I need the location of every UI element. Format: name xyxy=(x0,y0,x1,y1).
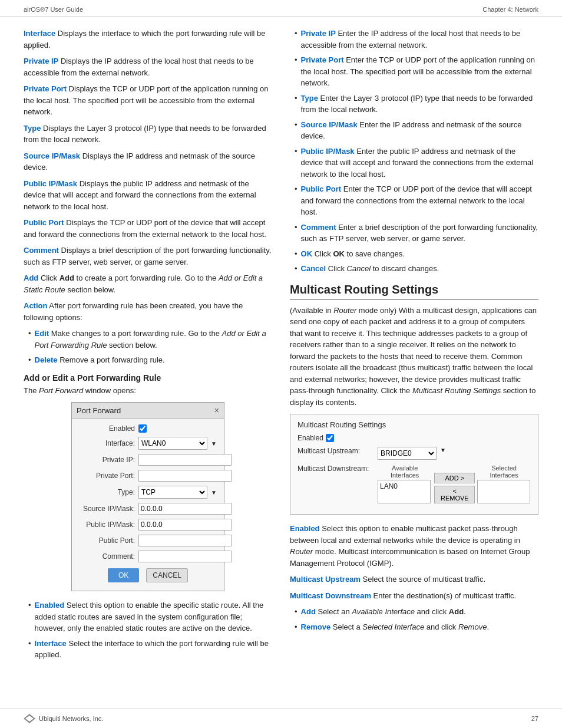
section-heading-multicast: Multicast Routing Settings xyxy=(290,283,538,300)
section-intro: (Available in Router mode only) With a m… xyxy=(290,305,538,409)
term-r-type: Type xyxy=(301,94,318,103)
form-row-private-ip: Private IP: xyxy=(79,454,217,466)
bullet-r-private-ip: Private IP Enter the IP address of the l… xyxy=(295,28,538,51)
para-mcast-upstream: Multicast Upstream Select the source of … xyxy=(290,574,538,585)
subheading-add-edit: Add or Edit a Port Forwarding Rule xyxy=(24,373,272,383)
label-comment: Comment: xyxy=(79,552,135,561)
mcast-box-title: Multicast Routing Settings xyxy=(297,420,531,429)
para-interface: Interface Displays the interface to whic… xyxy=(24,28,272,51)
dialog-buttons: OK CANCEL xyxy=(79,568,217,585)
term-edit: Edit xyxy=(35,329,49,338)
mcast-avail-header: Available Interfaces xyxy=(378,465,432,479)
term-r-add: Add xyxy=(301,607,316,616)
bullet-r-remove: Remove Select a Selected Interface and c… xyxy=(295,621,538,633)
bullet-edit: Edit Make changes to a port forwarding r… xyxy=(28,328,272,351)
term-comment: Comment xyxy=(24,246,59,255)
mcast-add-button[interactable]: ADD > xyxy=(434,473,475,483)
type-select[interactable]: TCP xyxy=(138,486,207,499)
para-comment: Comment Displays a brief description of … xyxy=(24,245,272,268)
dialog-container: Port Forward × Enabled Interface: WLAN0 xyxy=(24,402,272,591)
enabled-checkbox[interactable] xyxy=(138,424,147,433)
top-bullets-right: Private IP Enter the IP address of the l… xyxy=(290,28,538,275)
right-column: Private IP Enter the IP address of the l… xyxy=(290,28,538,666)
action-bullets: Edit Make changes to a port forwarding r… xyxy=(24,328,272,366)
type-select-arrow-icon: ▼ xyxy=(211,489,217,496)
term-r-enabled: Enabled xyxy=(290,524,320,533)
term-r-public-ip: Public IP/Mask xyxy=(301,147,355,156)
para-add: Add Click Add to create a port forwardin… xyxy=(24,272,272,295)
term-r-remove: Remove xyxy=(301,622,331,631)
mcast-interfaces-area: Available Interfaces LAN0 ADD > < REMOVE… xyxy=(378,465,531,503)
term-delete: Delete xyxy=(35,355,58,364)
select-arrow-icon: ▼ xyxy=(211,440,217,447)
header-left: airOS®7 User Guide xyxy=(24,6,83,13)
term-type: Type xyxy=(24,124,41,133)
mcast-upstream-select[interactable]: BRIDGE0 xyxy=(378,447,437,460)
bottom-bullets-right: Add Select an Available Interface and cl… xyxy=(290,606,538,633)
bullet-interface: Interface Select the interface to which … xyxy=(28,638,272,661)
bullet-r-ok: OK Click OK to save changes. xyxy=(295,248,538,260)
footer-page-number: 27 xyxy=(531,715,538,722)
label-enabled: Enabled xyxy=(79,424,135,433)
mcast-selected-list[interactable] xyxy=(477,480,530,503)
mcast-enabled-row: Enabled xyxy=(297,434,531,442)
page-header: airOS®7 User Guide Chapter 4: Network xyxy=(0,0,562,17)
form-row-public-port: Public Port: xyxy=(79,535,217,546)
comment-input[interactable] xyxy=(138,551,232,562)
mcast-downstream-control: Available Interfaces LAN0 ADD > < REMOVE… xyxy=(378,465,531,503)
dialog-close-button[interactable]: × xyxy=(214,406,219,415)
form-row-enabled: Enabled xyxy=(79,424,217,433)
bullet-r-public-ip: Public IP/Mask Enter the public IP addre… xyxy=(295,146,538,180)
bullet-r-add: Add Select an Available Interface and cl… xyxy=(295,606,538,618)
bullet-r-public-port: Public Port Enter the TCP or UDP port of… xyxy=(295,183,538,218)
mcast-downstream-label: Multicast Downstream: xyxy=(297,465,374,473)
para-public-port: Public Port Displays the TCP or UDP port… xyxy=(24,217,272,240)
label-private-port: Private Port: xyxy=(79,472,135,480)
term-action: Action xyxy=(24,301,47,310)
term-source-ip: Source IP/Mask xyxy=(24,151,80,160)
term-r-cancel: Cancel xyxy=(301,264,326,273)
mcast-avail-item: LAN0 xyxy=(379,482,429,491)
para-mcast-downstream: Multicast Downstream Enter the destinati… xyxy=(290,590,538,602)
para-action: Action After port forwarding rule has be… xyxy=(24,300,272,323)
cancel-button[interactable]: CANCEL xyxy=(146,568,188,582)
form-row-type: Type: TCP ▼ xyxy=(79,486,217,499)
private-port-input[interactable] xyxy=(138,470,232,482)
term-r-source-ip: Source IP/Mask xyxy=(301,120,358,129)
mcast-select-arrow-icon: ▼ xyxy=(440,447,446,453)
para-public-ip: Public IP/Mask Displays the public IP ad… xyxy=(24,178,272,213)
label-type: Type: xyxy=(79,488,135,496)
term-public-ip: Public IP/Mask xyxy=(24,179,77,188)
para-private-ip: Private IP Displays the IP address of th… xyxy=(24,55,272,78)
source-ip-input[interactable] xyxy=(138,503,232,515)
bullet-r-comment: Comment Enter a brief description of the… xyxy=(295,222,538,245)
para-r-enabled: Enabled Select this option to enable mul… xyxy=(290,523,538,569)
multicast-settings-box: Multicast Routing Settings Enabled Multi… xyxy=(290,414,538,515)
term-interface-b: Interface xyxy=(35,639,67,648)
ok-button[interactable]: OK xyxy=(108,568,139,582)
left-column: Interface Displays the interface to whic… xyxy=(24,28,272,666)
mcast-remove-button[interactable]: < REMOVE xyxy=(434,486,475,503)
mcast-enabled-checkbox[interactable] xyxy=(326,434,334,442)
interface-select[interactable]: WLAN0 xyxy=(138,437,207,450)
public-port-input[interactable] xyxy=(138,535,232,546)
term-interface: Interface xyxy=(24,29,55,38)
mcast-upstream-row: Multicast Upstream: BRIDGE0 ▼ xyxy=(297,447,531,460)
bullet-r-source-ip: Source IP/Mask Enter the IP address and … xyxy=(295,119,538,142)
para-source-ip: Source IP/Mask Displays the IP address a… xyxy=(24,150,272,173)
bottom-bullets-left: Enabled Select this option to enable the… xyxy=(24,599,272,661)
term-private-port: Private Port xyxy=(24,84,67,93)
pf-intro: The Port Forward window opens: xyxy=(24,385,272,397)
mcast-selected-header: Selected Interfaces xyxy=(477,465,531,479)
mcast-available-list[interactable]: LAN0 xyxy=(378,480,431,503)
form-row-public-ip: Public IP/Mask: xyxy=(79,519,217,531)
public-ip-input[interactable] xyxy=(138,519,232,531)
mcast-upstream-label: Multicast Upstream: xyxy=(297,447,374,455)
form-row-interface: Interface: WLAN0 ▼ xyxy=(79,437,217,450)
bullet-delete: Delete Remove a port forwarding rule. xyxy=(28,354,272,366)
form-row-source-ip: Source IP/Mask: xyxy=(79,503,217,515)
page-footer: Ubiquiti Networks, Inc. 27 xyxy=(0,709,562,728)
label-public-port: Public Port: xyxy=(79,536,135,545)
private-ip-input[interactable] xyxy=(138,454,232,466)
bullet-r-private-port: Private Port Enter the TCP or UDP port o… xyxy=(295,54,538,89)
